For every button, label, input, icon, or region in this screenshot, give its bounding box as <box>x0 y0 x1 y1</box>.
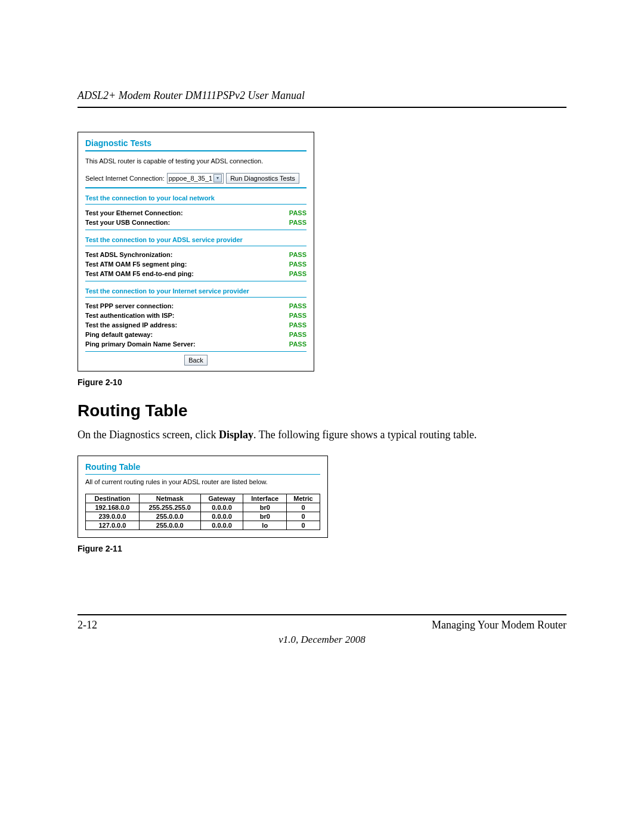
test-row: Test ADSL Synchronization:PASS <box>85 250 306 259</box>
test-row: Test ATM OAM F5 segment ping:PASS <box>85 259 306 269</box>
select-value: pppoe_8_35_1 <box>169 175 212 182</box>
table-cell: 0.0.0.0 <box>200 512 243 521</box>
divider <box>85 351 306 352</box>
test-row: Test PPP server connection:PASS <box>85 301 306 311</box>
table-header: Interface <box>243 494 287 503</box>
table-cell: 0.0.0.0 <box>200 503 243 512</box>
table-cell: 239.0.0.0 <box>86 512 140 521</box>
back-button[interactable]: Back <box>184 355 207 366</box>
test-row: Test your Ethernet Connection:PASS <box>85 208 306 218</box>
test-label: Test ADSL Synchronization: <box>85 251 172 258</box>
internet-connection-select[interactable]: pppoe_8_35_1 ▾ <box>167 173 224 184</box>
table-cell: lo <box>243 521 287 530</box>
table-cell: br0 <box>243 503 287 512</box>
panel-description: This ADSL router is capable of testing y… <box>85 157 306 165</box>
run-diagnostics-button[interactable]: Run Diagnostics Tests <box>226 173 299 184</box>
table-header: Metric <box>287 494 320 503</box>
table-cell: 255.255.255.0 <box>139 503 200 512</box>
table-header: Destination <box>86 494 140 503</box>
test-label: Ping default gateway: <box>85 331 153 338</box>
table-row: 127.0.0.0255.0.0.00.0.0.0lo0 <box>86 521 320 530</box>
figure-2-10-caption: Figure 2-10 <box>78 377 566 387</box>
table-row: 239.0.0.0255.0.0.00.0.0.0br00 <box>86 512 320 521</box>
test-result: PASS <box>289 251 306 258</box>
table-cell: 192.168.0.0 <box>86 503 140 512</box>
table-header: Gateway <box>200 494 243 503</box>
test-label: Ping primary Domain Name Server: <box>85 340 196 348</box>
footer-divider <box>78 614 566 615</box>
divider <box>85 474 320 475</box>
figure-2-11-caption: Figure 2-11 <box>78 544 566 553</box>
test-row: Test your USB Connection:PASS <box>85 218 306 227</box>
table-cell: 0 <box>287 521 320 530</box>
diagnostic-panel: Diagnostic Tests This ADSL router is cap… <box>78 132 314 371</box>
page-number: 2-12 <box>78 619 97 631</box>
table-cell: 0 <box>287 512 320 521</box>
test-result: PASS <box>289 270 306 277</box>
test-label: Test PPP server connection: <box>85 302 174 309</box>
test-result: PASS <box>289 219 306 226</box>
table-cell: 255.0.0.0 <box>139 512 200 521</box>
routing-table: DestinationNetmaskGatewayInterfaceMetric… <box>85 494 320 530</box>
divider <box>85 297 306 298</box>
doc-footer: 2-12 Managing Your Modem Router v1.0, De… <box>78 614 566 646</box>
table-header: Netmask <box>139 494 200 503</box>
test-label: Test your USB Connection: <box>85 219 170 226</box>
table-row: 192.168.0.0255.255.255.00.0.0.0br00 <box>86 503 320 512</box>
divider <box>85 204 306 205</box>
table-cell: 127.0.0.0 <box>86 521 140 530</box>
panel-title: Diagnostic Tests <box>85 138 306 148</box>
section-internet-provider-title: Test the connection to your Internet ser… <box>85 287 306 295</box>
test-label: Test ATM OAM F5 end-to-end ping: <box>85 270 194 277</box>
table-cell: 0 <box>287 503 320 512</box>
test-label: Test the assigned IP address: <box>85 321 177 329</box>
body-text-post: . The following figure shows a typical r… <box>253 429 477 441</box>
test-label: Test authentication with ISP: <box>85 312 175 319</box>
test-result: PASS <box>289 302 306 309</box>
body-paragraph: On the Diagnostics screen, click Display… <box>78 429 566 441</box>
routing-panel-title: Routing Table <box>85 462 320 472</box>
doc-header: ADSL2+ Modem Router DM111PSPv2 User Manu… <box>78 89 566 108</box>
test-label: Test your Ethernet Connection: <box>85 209 183 216</box>
divider <box>85 246 306 246</box>
test-label: Test ATM OAM F5 segment ping: <box>85 261 187 268</box>
test-result: PASS <box>289 312 306 319</box>
footer-chapter: Managing Your Modem Router <box>432 619 566 631</box>
test-result: PASS <box>289 331 306 338</box>
divider <box>85 150 306 151</box>
table-cell: 255.0.0.0 <box>139 521 200 530</box>
table-cell: br0 <box>243 512 287 521</box>
test-result: PASS <box>289 261 306 268</box>
body-text-pre: On the Diagnostics screen, click <box>78 429 219 441</box>
routing-panel: Routing Table All of current routing rul… <box>78 456 328 538</box>
test-row: Ping primary Domain Name Server:PASS <box>85 339 306 349</box>
test-result: PASS <box>289 209 306 216</box>
test-row: Test the assigned IP address:PASS <box>85 320 306 330</box>
section-adsl-provider-title: Test the connection to your ADSL service… <box>85 236 306 243</box>
section-local-network-title: Test the connection to your local networ… <box>85 194 306 202</box>
test-row: Test ATM OAM F5 end-to-end ping:PASS <box>85 269 306 278</box>
test-row: Test authentication with ISP:PASS <box>85 311 306 320</box>
chevron-down-icon: ▾ <box>213 174 222 182</box>
routing-panel-desc: All of current routing rules in your ADS… <box>85 478 320 485</box>
body-text-bold: Display <box>219 429 253 441</box>
routing-table-heading: Routing Table <box>78 401 566 420</box>
test-result: PASS <box>289 340 306 348</box>
footer-version: v1.0, December 2008 <box>78 634 566 646</box>
divider <box>85 230 306 230</box>
table-cell: 0.0.0.0 <box>200 521 243 530</box>
select-label: Select Internet Connection: <box>85 175 165 182</box>
test-row: Ping default gateway:PASS <box>85 330 306 339</box>
test-result: PASS <box>289 321 306 329</box>
divider <box>85 281 306 281</box>
divider <box>85 187 306 188</box>
